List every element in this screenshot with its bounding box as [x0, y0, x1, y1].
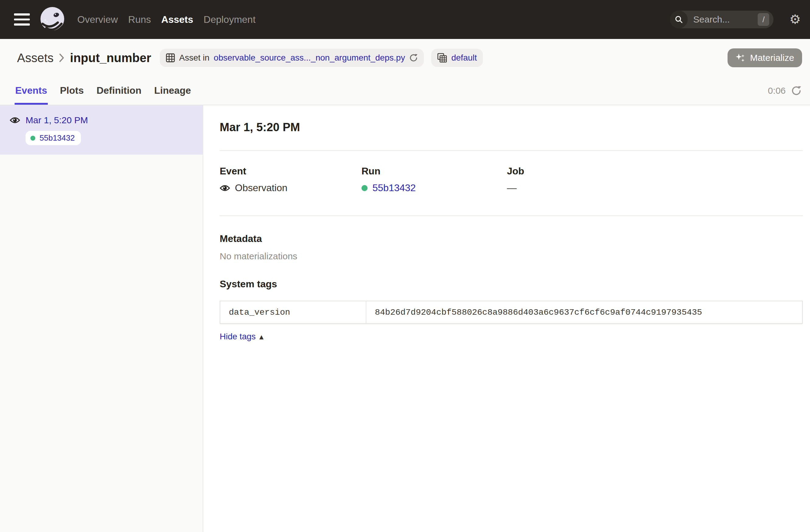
nav-item-deployment[interactable]: Deployment [204, 14, 256, 25]
materialize-button[interactable]: Materialize [728, 48, 802, 67]
search-shortcut-key: / [758, 13, 769, 26]
chevron-right-icon [59, 53, 65, 62]
events-content: Mar 1, 5:20 PM 55b13432 Mar 1, 5:20 PM E… [0, 105, 810, 532]
search-input[interactable]: Search... / [670, 11, 774, 28]
run-id: 55b13432 [39, 133, 75, 143]
metadata-heading: Metadata [220, 233, 803, 244]
asset-header: Assets input_number Asset in observable_… [0, 39, 810, 77]
repo-location-icon [437, 53, 447, 63]
table-row: data_version 84b26d7d9204cbf588026c8a988… [220, 301, 803, 323]
search-placeholder: Search... [693, 14, 758, 25]
nav-item-runs[interactable]: Runs [128, 14, 151, 25]
job-value: — [507, 182, 803, 194]
app-window: Overview Runs Assets Deployment Search..… [0, 0, 810, 532]
tab-definition[interactable]: Definition [96, 77, 142, 105]
repository-default-link[interactable]: default [451, 53, 477, 63]
hide-tags-link[interactable]: Hide tags ▲ [220, 332, 263, 341]
event-detail-panel: Mar 1, 5:20 PM Event Run Job Observation… [203, 105, 810, 532]
asset-badge-prefix: Asset in [179, 53, 210, 63]
event-type-value: Observation [220, 182, 361, 194]
tag-value-cell: 84b26d7d9204cbf588026c8a9886d403a6c9637c… [366, 301, 803, 323]
refresh-countdown: 0:06 [768, 85, 785, 96]
refresh-icon[interactable] [791, 85, 801, 96]
asset-definition-badge: Asset in observable_source_ass..._non_ar… [160, 49, 424, 67]
event-summary-grid: Event Run Job Observation 55b13432 — [220, 165, 803, 194]
tab-lineage[interactable]: Lineage [154, 77, 192, 105]
observation-eye-icon [220, 184, 230, 192]
job-column-header: Job [507, 165, 803, 177]
divider [220, 215, 803, 216]
reload-definition-icon[interactable] [409, 53, 418, 62]
table-grid-icon [166, 53, 175, 62]
system-tags-table: data_version 84b26d7d9204cbf588026c8a988… [220, 301, 803, 324]
menu-icon[interactable] [14, 13, 30, 26]
run-value: 55b13432 [361, 182, 507, 194]
tab-events[interactable]: Events [15, 77, 48, 105]
nav-item-assets[interactable]: Assets [161, 14, 193, 25]
system-tags-heading: System tags [220, 278, 803, 290]
primary-nav: Overview Runs Assets Deployment [77, 14, 256, 25]
event-detail-title: Mar 1, 5:20 PM [220, 120, 803, 134]
run-status-dot [361, 185, 368, 191]
event-column-header: Event [220, 165, 361, 177]
run-link[interactable]: 55b13432 [372, 182, 416, 194]
asset-definition-link[interactable]: observable_source_ass..._non_argument_de… [214, 53, 405, 63]
repository-badge: default [431, 49, 483, 67]
sparkles-icon [735, 53, 745, 63]
event-list-item[interactable]: Mar 1, 5:20 PM 55b13432 [0, 105, 202, 155]
event-list-sidebar: Mar 1, 5:20 PM 55b13432 [0, 105, 203, 532]
caret-up-icon: ▲ [259, 334, 263, 340]
breadcrumb-assets-link[interactable]: Assets [17, 51, 53, 65]
page-title: input_number [70, 51, 151, 65]
event-timestamp: Mar 1, 5:20 PM [26, 115, 88, 125]
search-icon [670, 11, 688, 28]
divider [220, 150, 803, 151]
tag-key-cell: data_version [220, 301, 366, 323]
tab-plots[interactable]: Plots [59, 77, 84, 105]
hide-tags-label: Hide tags [220, 332, 256, 341]
run-column-header: Run [361, 165, 507, 177]
observation-eye-icon [10, 116, 20, 124]
dagster-logo-icon[interactable] [38, 5, 67, 34]
nav-item-overview[interactable]: Overview [77, 14, 118, 25]
metadata-empty-text: No materializations [220, 251, 803, 261]
top-navbar: Overview Runs Assets Deployment Search..… [0, 0, 810, 39]
run-chip[interactable]: 55b13432 [26, 131, 81, 145]
asset-tabs: Events Plots Definition Lineage 0:06 [0, 77, 810, 105]
settings-gear-icon[interactable]: ⚙ [789, 13, 801, 26]
materialize-button-label: Materialize [750, 53, 794, 63]
run-status-dot [30, 136, 35, 141]
